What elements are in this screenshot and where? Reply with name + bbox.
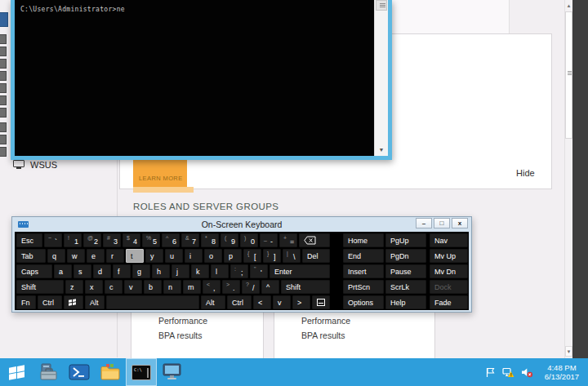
osk-key-period[interactable]: >. [222,280,240,294]
sidebar-icon-sliver[interactable] [0,34,7,44]
osk-key-k[interactable]: k [191,264,209,278]
action-center-flag-icon[interactable] [485,367,496,378]
osk-key-r[interactable]: r [106,249,124,263]
on-screen-keyboard-window[interactable]: On-Screen Keyboard – □ x Esc~`!1@2#3$4%5… [11,216,472,313]
osk-key-g[interactable]: g [132,264,150,278]
osk-key-q[interactable]: q [47,249,65,263]
taskbar-item-computer[interactable] [157,358,188,386]
osk-key-d[interactable]: d [93,264,111,278]
osk-key-arrow-down[interactable]: v [273,295,291,309]
osk-titlebar[interactable]: On-Screen Keyboard – □ x [15,217,469,232]
osk-key-equals[interactable]: += [279,233,297,247]
osk-key-w[interactable]: w [67,249,85,263]
osk-key-e[interactable]: e [87,249,105,263]
osk-key-help[interactable]: Help [385,295,426,309]
osk-key-z[interactable]: z [65,280,83,294]
osk-key-x[interactable]: x [85,280,103,294]
osk-key-3[interactable]: #3 [103,233,121,247]
osk-key-backslash[interactable]: |\ [283,249,301,263]
tile-row-bpa-results[interactable]: BPA results [301,331,345,340]
osk-key-j[interactable]: j [172,264,189,278]
osk-key-pgup[interactable]: PgUp [385,233,426,247]
tile-row-performance[interactable]: Performance [301,316,350,326]
osk-key-b[interactable]: b [144,280,162,294]
osk-key-home[interactable]: Home [343,233,384,247]
start-button[interactable] [0,358,33,386]
scrollbar-thumb[interactable] [565,11,572,139]
console-scrollbar-thumb[interactable] [376,0,387,11]
osk-key-apostrophe[interactable]: "' [250,264,268,278]
sidebar-icon-sliver[interactable] [0,83,7,93]
osk-key-menu[interactable] [312,295,330,309]
osk-key-comma[interactable]: <, [203,280,220,294]
osk-key-nav[interactable]: Nav [430,233,468,247]
osk-key-enter[interactable]: Enter [270,264,330,278]
taskbar-item-powershell[interactable] [64,358,95,386]
osk-key-tab[interactable]: Tab [16,249,46,263]
sidebar-icon-sliver[interactable] [0,147,7,157]
osk-key-semicolon[interactable]: :; [230,264,248,278]
taskbar-item-server-manager[interactable] [33,358,64,386]
osk-key-7[interactable]: &7 [181,233,199,247]
sidebar-icon-sliver[interactable] [0,47,7,56]
osk-key-arrow-left[interactable]: < [253,295,271,309]
osk-key-arrow-up[interactable]: ^ [261,280,279,294]
osk-key-6[interactable]: ^6 [162,233,180,247]
osk-key-s[interactable]: s [74,264,91,278]
sidebar-icon-sliver[interactable] [0,135,7,144]
osk-key-ctrl-left[interactable]: Ctrl [38,295,62,309]
minimize-button[interactable]: – [416,218,432,228]
osk-key-pause[interactable]: Pause [385,264,426,278]
osk-key-h[interactable]: h [152,264,170,278]
volume-muted-icon[interactable] [521,367,533,378]
osk-key-mv-dn[interactable]: Mv Dn [430,264,468,278]
osk-key-end[interactable]: End [343,249,384,263]
osk-key-minus[interactable]: _- [260,233,278,247]
tile-row-performance[interactable]: Performance [158,316,207,326]
osk-key-backspace[interactable] [299,233,330,247]
sidebar-icon-selected[interactable] [0,12,8,27]
close-button[interactable]: x [452,218,468,228]
osk-key-ctrl-right[interactable]: Ctrl [227,295,252,309]
osk-key-pgdn[interactable]: PgDn [385,249,426,263]
taskbar-item-file-explorer[interactable] [95,358,126,386]
osk-key-prtscn[interactable]: PrtScn [343,280,384,294]
osk-key-2[interactable]: @2 [83,233,101,247]
sidebar-icon-sliver[interactable] [0,122,7,132]
osk-key-shift-left[interactable]: Shift [16,280,64,294]
maximize-button[interactable]: □ [434,218,450,228]
osk-key-8[interactable]: *8 [201,233,219,247]
osk-key-dock[interactable]: Dock [430,280,468,294]
osk-key-shift-right[interactable]: Shift [281,280,330,294]
osk-key-bracket-close[interactable]: }] [263,249,281,263]
osk-key-l[interactable]: l [211,264,229,278]
osk-key-u[interactable]: u [165,249,183,263]
console-scrollbar[interactable]: ▼ [374,0,388,156]
sidebar-icon-sliver[interactable] [0,108,7,118]
sidebar-icon-sliver[interactable] [0,71,7,81]
main-scrollbar[interactable]: ▲ ▼ [564,0,572,358]
osk-key-fade[interactable]: Fade [430,295,468,309]
osk-key-space[interactable] [106,295,199,309]
sidebar-icon-sliver[interactable] [0,59,7,69]
scroll-down-icon[interactable]: ▼ [565,346,572,357]
osk-key-o[interactable]: o [204,249,222,263]
osk-key-f[interactable]: f [113,264,131,278]
command-prompt-window[interactable]: C:\Users\Administrator>ne ▼ [11,0,392,160]
osk-key-m[interactable]: m [183,280,201,294]
osk-key-del[interactable]: Del [302,249,330,263]
osk-key-esc[interactable]: Esc [16,233,42,247]
osk-key-bracket-open[interactable]: {[ [243,249,261,263]
osk-key-arrow-right[interactable]: > [292,295,310,309]
osk-key-options[interactable]: Options [343,295,384,309]
osk-key-mv-up[interactable]: Mv Up [430,249,468,263]
osk-key-0[interactable]: )0 [240,233,258,247]
osk-key-9[interactable]: (9 [220,233,238,247]
osk-key-caps[interactable]: Caps [16,264,52,278]
osk-key-a[interactable]: a [54,264,72,278]
osk-key-insert[interactable]: Insert [343,264,384,278]
osk-key-5[interactable]: %5 [142,233,160,247]
osk-key-4[interactable]: $4 [122,233,140,247]
taskbar-clock[interactable]: 4:48 PM 6/13/2017 [540,363,584,381]
osk-key-i[interactable]: i [185,249,203,263]
